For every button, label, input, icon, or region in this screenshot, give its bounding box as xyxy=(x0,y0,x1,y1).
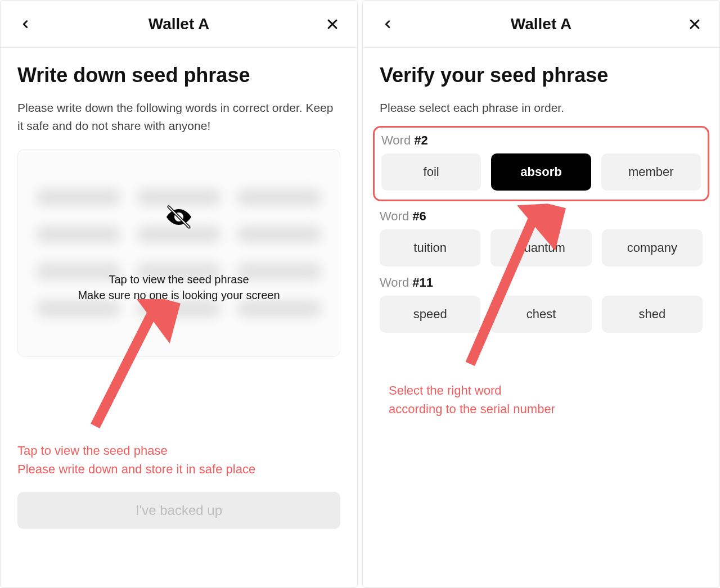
backed-up-button[interactable]: I've backed up xyxy=(17,492,340,529)
chevron-left-icon xyxy=(19,16,32,32)
subtitle: Please select each phrase in order. xyxy=(380,99,703,117)
tap-to-view-text: Tap to view the seed phrase xyxy=(18,273,340,286)
word-label: Word #2 xyxy=(381,133,701,148)
word-number: #11 xyxy=(412,275,433,290)
close-button[interactable] xyxy=(322,14,343,34)
panel-write-seed: Wallet A Write down seed phrase Please w… xyxy=(0,0,358,588)
tap-warning-text: Make sure no one is looking your screen xyxy=(18,289,340,302)
word-label-prefix: Word xyxy=(381,133,414,147)
page-title: Wallet A xyxy=(148,15,209,33)
annotation-note-line: Tap to view the seed phase xyxy=(17,441,340,460)
subtitle: Please write down the following words in… xyxy=(17,99,340,134)
heading: Write down seed phrase xyxy=(17,62,340,88)
word-number: #6 xyxy=(412,209,426,223)
word-number: #2 xyxy=(414,133,428,147)
content-right: Verify your seed phrase Please select ea… xyxy=(363,48,719,418)
word-label-prefix: Word xyxy=(380,275,412,290)
chip-row: foilabsorbmember xyxy=(381,153,701,191)
word-chip[interactable]: quantum xyxy=(490,229,591,266)
word-chip[interactable]: absorb xyxy=(491,153,591,191)
word-chip[interactable]: speed xyxy=(380,296,480,333)
content-left: Write down seed phrase Please write down… xyxy=(1,48,357,529)
heading: Verify your seed phrase xyxy=(380,62,703,88)
annotation-note: Tap to view the seed phase Please write … xyxy=(17,441,340,478)
annotation-note-line: Select the right word xyxy=(389,381,703,400)
chip-row: speedchestshed xyxy=(380,296,703,333)
word-chip[interactable]: shed xyxy=(602,296,703,333)
page-title: Wallet A xyxy=(511,15,572,33)
verify-groups: Word #2foilabsorbmemberWord #6tuitionqua… xyxy=(380,126,703,333)
word-chip[interactable]: chest xyxy=(490,296,591,333)
topbar: Wallet A xyxy=(363,1,719,48)
panel-verify-seed: Wallet A Verify your seed phrase Please … xyxy=(362,0,720,588)
annotation-note-line: Please write down and store it in safe p… xyxy=(17,460,340,478)
word-label-prefix: Word xyxy=(380,209,412,223)
word-group: Word #6tuitionquantumcompany xyxy=(380,209,703,266)
close-button[interactable] xyxy=(685,14,705,34)
word-chip[interactable]: tuition xyxy=(380,229,480,266)
chevron-left-icon xyxy=(381,16,394,32)
close-icon xyxy=(688,17,701,31)
word-group: Word #2foilabsorbmember xyxy=(373,126,709,201)
hidden-seed-phrase[interactable]: Tap to view the seed phrase Make sure no… xyxy=(17,149,340,357)
word-label: Word #11 xyxy=(380,275,703,290)
chip-row: tuitionquantumcompany xyxy=(380,229,703,266)
back-button[interactable] xyxy=(377,14,398,34)
topbar: Wallet A xyxy=(1,1,357,48)
eye-off-icon xyxy=(163,203,195,230)
word-chip[interactable]: foil xyxy=(381,153,481,191)
word-label: Word #6 xyxy=(380,209,703,224)
word-group: Word #11speedchestshed xyxy=(380,275,703,333)
word-chip[interactable]: member xyxy=(601,153,701,191)
word-chip[interactable]: company xyxy=(602,229,703,266)
annotation-note: Select the right word according to the s… xyxy=(389,381,703,418)
close-icon xyxy=(326,17,339,31)
annotation-note-line: according to the serial number xyxy=(389,400,703,418)
back-button[interactable] xyxy=(15,14,35,34)
